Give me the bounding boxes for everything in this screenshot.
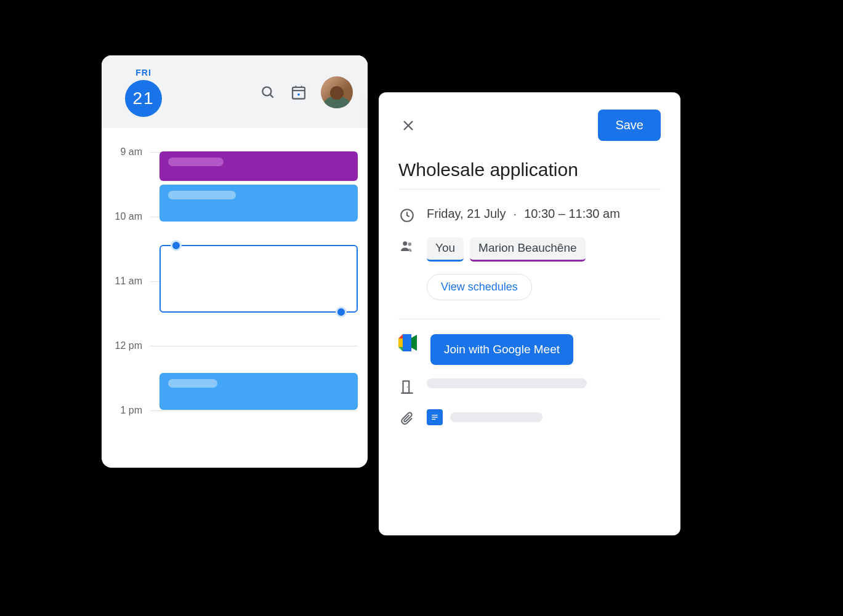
calendar-event[interactable] <box>159 185 358 222</box>
guest-chip-you[interactable]: You <box>427 238 464 262</box>
svg-rect-16 <box>432 415 437 415</box>
svg-rect-12 <box>403 381 409 393</box>
day-of-week: FRI <box>135 68 151 78</box>
attachment-icon <box>398 409 416 426</box>
attachment-row[interactable] <box>398 409 661 426</box>
room-row[interactable] <box>398 378 661 396</box>
guest-chip[interactable]: Marion Beauchêne <box>470 238 586 262</box>
avatar[interactable] <box>321 76 353 108</box>
svg-rect-17 <box>432 417 437 417</box>
drag-handle-start[interactable] <box>171 240 182 251</box>
calendar-event[interactable] <box>159 151 358 181</box>
svg-rect-2 <box>292 87 305 99</box>
svg-point-6 <box>297 94 300 96</box>
svg-point-15 <box>407 386 408 388</box>
svg-rect-18 <box>432 419 435 420</box>
svg-point-11 <box>408 242 412 246</box>
calendar-today-icon[interactable] <box>290 84 307 101</box>
close-icon[interactable] <box>398 116 418 135</box>
calendar-header: FRI 21 <box>102 55 368 128</box>
time-label: 10 am <box>102 211 150 222</box>
svg-point-10 <box>403 241 407 246</box>
event-datetime-row[interactable]: Friday, 21 July · 10:30 – 11:30 am <box>398 207 661 224</box>
time-label: 9 am <box>102 146 150 158</box>
event-time: 10:30 – 11:30 am <box>524 207 620 221</box>
event-edit-dialog: Save Wholesale application Friday, 21 Ju… <box>379 92 680 535</box>
event-date: Friday, 21 July <box>427 207 506 221</box>
calendar-grid[interactable]: 9 am 10 am 11 am 12 pm 1 pm <box>102 128 368 460</box>
search-icon[interactable] <box>259 84 276 101</box>
room-placeholder <box>427 378 587 388</box>
event-guests-row: You Marion Beauchêne View schedules <box>398 238 661 300</box>
google-meet-row: Join with Google Meet <box>398 334 661 365</box>
svg-point-0 <box>262 87 271 95</box>
date-block[interactable]: FRI 21 <box>125 68 162 117</box>
day-number: 21 <box>125 80 162 117</box>
room-icon <box>398 378 416 396</box>
attachment-placeholder <box>450 412 543 422</box>
google-meet-icon <box>398 334 419 351</box>
docs-icon <box>427 409 443 425</box>
save-button[interactable]: Save <box>598 110 661 141</box>
view-schedules-button[interactable]: View schedules <box>427 274 532 300</box>
time-label: 1 pm <box>102 405 150 416</box>
svg-line-1 <box>270 94 273 97</box>
new-event-slot[interactable] <box>159 245 358 313</box>
time-label: 11 am <box>102 276 150 287</box>
drag-handle-end[interactable] <box>336 306 347 318</box>
clock-icon <box>398 207 416 224</box>
time-label: 12 pm <box>102 340 150 351</box>
calendar-day-card: FRI 21 9 am 10 am <box>102 55 368 468</box>
join-meet-button[interactable]: Join with Google Meet <box>430 334 573 365</box>
event-title-input[interactable]: Wholesale application <box>398 159 661 190</box>
calendar-event[interactable] <box>159 373 358 410</box>
people-icon <box>398 238 416 255</box>
